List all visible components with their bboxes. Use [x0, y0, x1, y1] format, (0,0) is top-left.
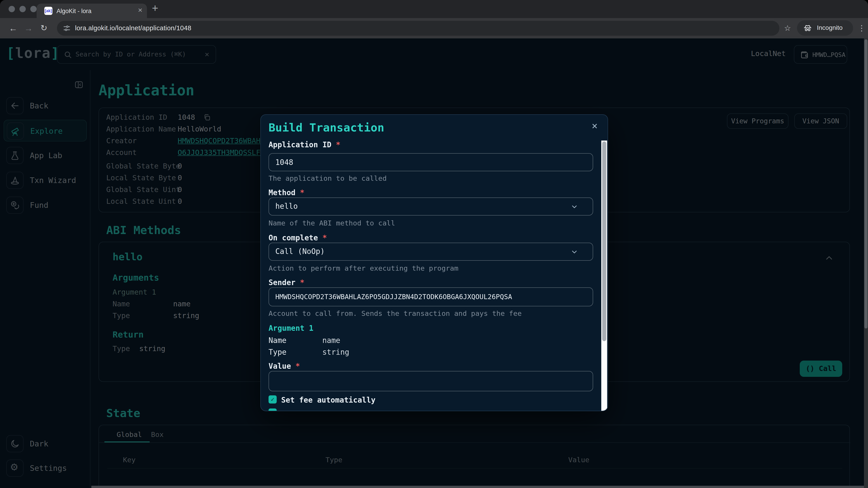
- tab-strip: [ak] AlgoKit - lora × +: [0, 0, 868, 18]
- window-zoom-button[interactable]: [30, 6, 37, 12]
- set-fee-label: Set fee automatically: [281, 396, 375, 404]
- window-close-button[interactable]: [8, 6, 15, 12]
- on-complete-label: On complete *: [269, 234, 327, 242]
- value-label: Value *: [269, 362, 300, 370]
- vertical-scrollbar[interactable]: [864, 38, 868, 488]
- on-complete-select[interactable]: Call (NoOp): [269, 242, 593, 261]
- set-fee-checkbox[interactable]: ✓: [269, 395, 277, 403]
- method-helper: Name of the ABI method to call: [269, 219, 395, 227]
- on-complete-helper: Action to perform after executing the pr…: [269, 264, 458, 272]
- menu-dots-icon[interactable]: ⋮: [855, 18, 868, 38]
- argument-title: Argument 1: [269, 324, 313, 332]
- build-transaction-dialog: Build Transaction × Application ID * The…: [260, 114, 608, 411]
- chevron-down-icon: [570, 203, 578, 210]
- new-tab-button[interactable]: +: [152, 2, 158, 14]
- window-minimize-button[interactable]: [20, 6, 26, 12]
- bookmark-star-icon[interactable]: ☆: [781, 18, 794, 38]
- screen: [ak] AlgoKit - lora × + ← → ↻ lora.algok…: [0, 0, 868, 488]
- tab-close-icon[interactable]: ×: [138, 6, 143, 15]
- method-select[interactable]: hello: [269, 197, 593, 216]
- dialog-title: Build Transaction: [269, 121, 384, 134]
- url-text[interactable]: lora.algokit.io/localnet/application/104…: [75, 24, 191, 32]
- incognito-icon: [803, 24, 812, 33]
- sender-helper: Account to call from. Sends the transact…: [269, 310, 522, 318]
- incognito-badge: Incognito: [797, 20, 853, 36]
- application-id-label: Application ID *: [269, 140, 340, 149]
- argument-type-row: Typestring: [269, 348, 349, 357]
- url-bar[interactable]: lora.algokit.io/localnet/application/104…: [57, 21, 779, 36]
- incognito-label: Incognito: [817, 24, 843, 31]
- modal-scrollbar-thumb[interactable]: [602, 141, 606, 341]
- forward-icon[interactable]: →: [22, 18, 35, 38]
- close-icon[interactable]: ×: [592, 120, 598, 131]
- browser-window: [ak] AlgoKit - lora × + ← → ↻ lora.algok…: [0, 0, 868, 488]
- application-id-input[interactable]: [269, 153, 593, 171]
- site-info-icon[interactable]: [62, 24, 71, 33]
- tab-title: AlgoKit - lora: [57, 8, 92, 14]
- argument-name-row: Namename: [269, 336, 340, 345]
- reload-icon[interactable]: ↻: [37, 18, 51, 38]
- application-id-helper: The application to be called: [269, 174, 387, 183]
- lora-page: [lora] Search by ID or Address (⌘K) × Lo…: [0, 38, 868, 488]
- argument-value-input[interactable]: [269, 371, 593, 391]
- browser-tab[interactable]: [ak] AlgoKit - lora ×: [37, 4, 147, 18]
- sender-label: Sender *: [269, 278, 305, 287]
- vertical-scrollbar-thumb[interactable]: [864, 39, 868, 328]
- back-icon[interactable]: ←: [6, 18, 20, 38]
- method-label: Method *: [269, 188, 305, 197]
- horizontal-scrollbar[interactable]: [91, 486, 864, 488]
- chevron-down-icon: [570, 248, 578, 256]
- browser-toolbar: ← → ↻ lora.algokit.io/localnet/applicati…: [0, 18, 868, 38]
- sender-input[interactable]: [269, 287, 593, 306]
- next-checkbox-partial: [269, 409, 277, 411]
- tab-favicon-icon: [ak]: [44, 7, 53, 15]
- modal-scrollbar[interactable]: [601, 140, 607, 411]
